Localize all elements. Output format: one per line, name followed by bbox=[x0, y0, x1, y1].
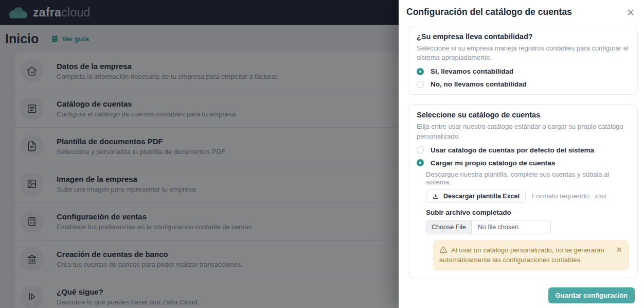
save-configuration-button[interactable]: Guardar configuración bbox=[548, 287, 635, 303]
radio-label: No, no llevamos contabilidad bbox=[431, 80, 527, 88]
radio-icon[interactable] bbox=[417, 159, 424, 166]
radio-option-no-accounting[interactable]: No, no llevamos contabilidad bbox=[417, 80, 629, 88]
warning-close-icon[interactable]: ✕ bbox=[616, 246, 622, 253]
custom-catalog-upload-block: Descargue nuestra plantilla, complete su… bbox=[426, 170, 629, 270]
upload-file-label: Subir archivo completado bbox=[426, 209, 629, 216]
warning-triangle-icon bbox=[439, 246, 448, 254]
radio-option-default-catalog[interactable]: Usar catálogo de cuentas por defecto del… bbox=[417, 146, 629, 154]
custom-catalog-warning: Al usar un catálogo personalizado, no se… bbox=[433, 240, 629, 270]
radio-icon[interactable] bbox=[417, 68, 424, 75]
format-required-note: Formato requerido: .xlsx bbox=[532, 192, 607, 200]
download-icon bbox=[432, 193, 439, 200]
drawer-footer: Guardar configuración bbox=[548, 287, 635, 303]
radio-option-yes-accounting[interactable]: Sí, llevamos contabilidad bbox=[417, 67, 629, 75]
choose-file-button[interactable]: Choose File bbox=[426, 220, 472, 234]
close-icon[interactable]: ✕ bbox=[624, 7, 637, 19]
file-status-text: No file chosen bbox=[472, 224, 525, 231]
accounting-question-title: ¿Su empresa lleva contabilidad? bbox=[417, 32, 629, 41]
catalog-selection-title: Seleccione su catálogo de cuentas bbox=[417, 111, 629, 119]
radio-label: Sí, llevamos contabilidad bbox=[431, 67, 513, 75]
accounting-question-description: Seleccione si su empresa maneja registro… bbox=[417, 44, 629, 62]
drawer-title: Configuración del catálogo de cuentas bbox=[406, 7, 572, 18]
radio-option-custom-catalog[interactable]: Cargar mi propio catálogo de cuentas bbox=[417, 159, 629, 167]
drawer-header: Configuración del catálogo de cuentas ✕ bbox=[399, 0, 644, 19]
catalog-selection-description: Elija entre usar nuestro catálogo estánd… bbox=[417, 122, 629, 141]
catalog-config-drawer: Configuración del catálogo de cuentas ✕ … bbox=[399, 0, 644, 308]
radio-label: Cargar mi propio catálogo de cuentas bbox=[431, 159, 555, 167]
warning-text: Al usar un catálogo personalizado, no se… bbox=[439, 246, 604, 264]
download-template-button[interactable]: Descargar plantilla Excel bbox=[426, 190, 526, 203]
catalog-selection-card: Seleccione su catálogo de cuentas Elija … bbox=[408, 104, 638, 278]
drawer-body: ¿Su empresa lleva contabilidad? Seleccio… bbox=[399, 19, 644, 278]
upload-instructions: Descargue nuestra plantilla, complete su… bbox=[426, 170, 629, 186]
accounting-question-card: ¿Su empresa lleva contabilidad? Seleccio… bbox=[408, 26, 638, 95]
file-input[interactable]: Choose File No file chosen bbox=[426, 220, 551, 234]
radio-icon[interactable] bbox=[417, 146, 424, 153]
download-template-label: Descargar plantilla Excel bbox=[443, 193, 520, 200]
radio-icon[interactable] bbox=[417, 81, 424, 88]
radio-label: Usar catálogo de cuentas por defecto del… bbox=[431, 146, 594, 154]
